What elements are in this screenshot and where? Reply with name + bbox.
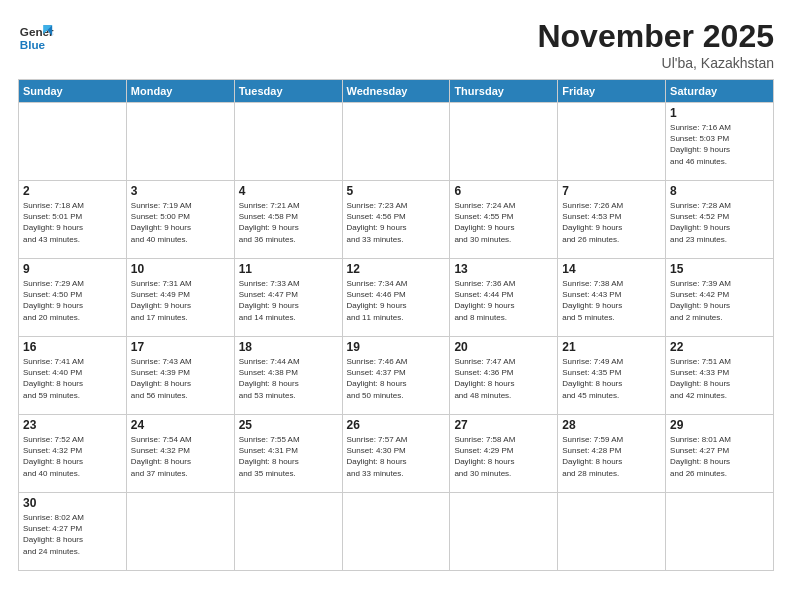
day-header-friday: Friday: [558, 80, 666, 103]
calendar-cell: [126, 493, 234, 571]
day-number: 9: [23, 262, 122, 276]
calendar-cell: [558, 493, 666, 571]
week-row-2: 9Sunrise: 7:29 AM Sunset: 4:50 PM Daylig…: [19, 259, 774, 337]
day-header-tuesday: Tuesday: [234, 80, 342, 103]
calendar-body: 1Sunrise: 7:16 AM Sunset: 5:03 PM Daylig…: [19, 103, 774, 571]
logo-icon: General Blue: [18, 18, 54, 54]
day-info: Sunrise: 7:16 AM Sunset: 5:03 PM Dayligh…: [670, 122, 769, 167]
day-info: Sunrise: 7:43 AM Sunset: 4:39 PM Dayligh…: [131, 356, 230, 401]
header: General Blue November 2025 Ul'ba, Kazakh…: [18, 18, 774, 71]
day-number: 13: [454, 262, 553, 276]
day-number: 7: [562, 184, 661, 198]
day-info: Sunrise: 7:54 AM Sunset: 4:32 PM Dayligh…: [131, 434, 230, 479]
day-number: 24: [131, 418, 230, 432]
day-header-wednesday: Wednesday: [342, 80, 450, 103]
day-number: 14: [562, 262, 661, 276]
day-number: 5: [347, 184, 446, 198]
day-info: Sunrise: 7:31 AM Sunset: 4:49 PM Dayligh…: [131, 278, 230, 323]
calendar-cell: 5Sunrise: 7:23 AM Sunset: 4:56 PM Daylig…: [342, 181, 450, 259]
day-info: Sunrise: 7:36 AM Sunset: 4:44 PM Dayligh…: [454, 278, 553, 323]
day-info: Sunrise: 7:23 AM Sunset: 4:56 PM Dayligh…: [347, 200, 446, 245]
calendar-cell: 15Sunrise: 7:39 AM Sunset: 4:42 PM Dayli…: [666, 259, 774, 337]
day-info: Sunrise: 7:26 AM Sunset: 4:53 PM Dayligh…: [562, 200, 661, 245]
page: General Blue November 2025 Ul'ba, Kazakh…: [0, 0, 792, 612]
day-number: 2: [23, 184, 122, 198]
calendar-cell: [450, 493, 558, 571]
calendar-cell: 10Sunrise: 7:31 AM Sunset: 4:49 PM Dayli…: [126, 259, 234, 337]
calendar-cell: 3Sunrise: 7:19 AM Sunset: 5:00 PM Daylig…: [126, 181, 234, 259]
day-info: Sunrise: 7:28 AM Sunset: 4:52 PM Dayligh…: [670, 200, 769, 245]
calendar-cell: 30Sunrise: 8:02 AM Sunset: 4:27 PM Dayli…: [19, 493, 127, 571]
calendar-cell: 22Sunrise: 7:51 AM Sunset: 4:33 PM Dayli…: [666, 337, 774, 415]
calendar-cell: 2Sunrise: 7:18 AM Sunset: 5:01 PM Daylig…: [19, 181, 127, 259]
calendar-cell: [558, 103, 666, 181]
day-info: Sunrise: 7:41 AM Sunset: 4:40 PM Dayligh…: [23, 356, 122, 401]
calendar-cell: 12Sunrise: 7:34 AM Sunset: 4:46 PM Dayli…: [342, 259, 450, 337]
day-header-monday: Monday: [126, 80, 234, 103]
calendar-cell: [342, 493, 450, 571]
calendar-cell: [666, 493, 774, 571]
day-number: 6: [454, 184, 553, 198]
calendar-cell: 28Sunrise: 7:59 AM Sunset: 4:28 PM Dayli…: [558, 415, 666, 493]
week-row-1: 2Sunrise: 7:18 AM Sunset: 5:01 PM Daylig…: [19, 181, 774, 259]
week-row-3: 16Sunrise: 7:41 AM Sunset: 4:40 PM Dayli…: [19, 337, 774, 415]
calendar-cell: 27Sunrise: 7:58 AM Sunset: 4:29 PM Dayli…: [450, 415, 558, 493]
day-number: 18: [239, 340, 338, 354]
calendar-cell: 9Sunrise: 7:29 AM Sunset: 4:50 PM Daylig…: [19, 259, 127, 337]
calendar-cell: 6Sunrise: 7:24 AM Sunset: 4:55 PM Daylig…: [450, 181, 558, 259]
day-header-sunday: Sunday: [19, 80, 127, 103]
day-number: 12: [347, 262, 446, 276]
day-number: 17: [131, 340, 230, 354]
svg-text:Blue: Blue: [20, 38, 46, 51]
day-info: Sunrise: 7:24 AM Sunset: 4:55 PM Dayligh…: [454, 200, 553, 245]
calendar-cell: [234, 493, 342, 571]
calendar-cell: 7Sunrise: 7:26 AM Sunset: 4:53 PM Daylig…: [558, 181, 666, 259]
day-info: Sunrise: 7:44 AM Sunset: 4:38 PM Dayligh…: [239, 356, 338, 401]
day-number: 4: [239, 184, 338, 198]
day-number: 19: [347, 340, 446, 354]
day-number: 22: [670, 340, 769, 354]
day-info: Sunrise: 7:21 AM Sunset: 4:58 PM Dayligh…: [239, 200, 338, 245]
title-block: November 2025 Ul'ba, Kazakhstan: [537, 18, 774, 71]
day-info: Sunrise: 7:18 AM Sunset: 5:01 PM Dayligh…: [23, 200, 122, 245]
calendar-cell: [234, 103, 342, 181]
day-info: Sunrise: 7:38 AM Sunset: 4:43 PM Dayligh…: [562, 278, 661, 323]
day-info: Sunrise: 7:39 AM Sunset: 4:42 PM Dayligh…: [670, 278, 769, 323]
day-info: Sunrise: 7:19 AM Sunset: 5:00 PM Dayligh…: [131, 200, 230, 245]
calendar-cell: 8Sunrise: 7:28 AM Sunset: 4:52 PM Daylig…: [666, 181, 774, 259]
calendar-cell: 14Sunrise: 7:38 AM Sunset: 4:43 PM Dayli…: [558, 259, 666, 337]
day-info: Sunrise: 7:59 AM Sunset: 4:28 PM Dayligh…: [562, 434, 661, 479]
day-number: 16: [23, 340, 122, 354]
calendar-cell: 1Sunrise: 7:16 AM Sunset: 5:03 PM Daylig…: [666, 103, 774, 181]
day-header-thursday: Thursday: [450, 80, 558, 103]
day-number: 10: [131, 262, 230, 276]
day-number: 11: [239, 262, 338, 276]
day-info: Sunrise: 7:49 AM Sunset: 4:35 PM Dayligh…: [562, 356, 661, 401]
calendar-cell: 13Sunrise: 7:36 AM Sunset: 4:44 PM Dayli…: [450, 259, 558, 337]
day-number: 27: [454, 418, 553, 432]
logo: General Blue: [18, 18, 54, 54]
day-number: 3: [131, 184, 230, 198]
day-number: 30: [23, 496, 122, 510]
calendar-cell: 25Sunrise: 7:55 AM Sunset: 4:31 PM Dayli…: [234, 415, 342, 493]
day-info: Sunrise: 7:51 AM Sunset: 4:33 PM Dayligh…: [670, 356, 769, 401]
calendar-title: November 2025: [537, 18, 774, 55]
day-number: 8: [670, 184, 769, 198]
week-row-4: 23Sunrise: 7:52 AM Sunset: 4:32 PM Dayli…: [19, 415, 774, 493]
calendar-cell: 16Sunrise: 7:41 AM Sunset: 4:40 PM Dayli…: [19, 337, 127, 415]
day-number: 26: [347, 418, 446, 432]
day-header-row: SundayMondayTuesdayWednesdayThursdayFrid…: [19, 80, 774, 103]
calendar-location: Ul'ba, Kazakhstan: [537, 55, 774, 71]
day-info: Sunrise: 7:47 AM Sunset: 4:36 PM Dayligh…: [454, 356, 553, 401]
calendar-header: SundayMondayTuesdayWednesdayThursdayFrid…: [19, 80, 774, 103]
day-number: 28: [562, 418, 661, 432]
calendar-cell: 11Sunrise: 7:33 AM Sunset: 4:47 PM Dayli…: [234, 259, 342, 337]
day-info: Sunrise: 7:46 AM Sunset: 4:37 PM Dayligh…: [347, 356, 446, 401]
calendar-cell: 18Sunrise: 7:44 AM Sunset: 4:38 PM Dayli…: [234, 337, 342, 415]
calendar-cell: 23Sunrise: 7:52 AM Sunset: 4:32 PM Dayli…: [19, 415, 127, 493]
calendar-cell: 17Sunrise: 7:43 AM Sunset: 4:39 PM Dayli…: [126, 337, 234, 415]
calendar-cell: 24Sunrise: 7:54 AM Sunset: 4:32 PM Dayli…: [126, 415, 234, 493]
calendar-cell: 21Sunrise: 7:49 AM Sunset: 4:35 PM Dayli…: [558, 337, 666, 415]
day-number: 25: [239, 418, 338, 432]
day-info: Sunrise: 7:34 AM Sunset: 4:46 PM Dayligh…: [347, 278, 446, 323]
